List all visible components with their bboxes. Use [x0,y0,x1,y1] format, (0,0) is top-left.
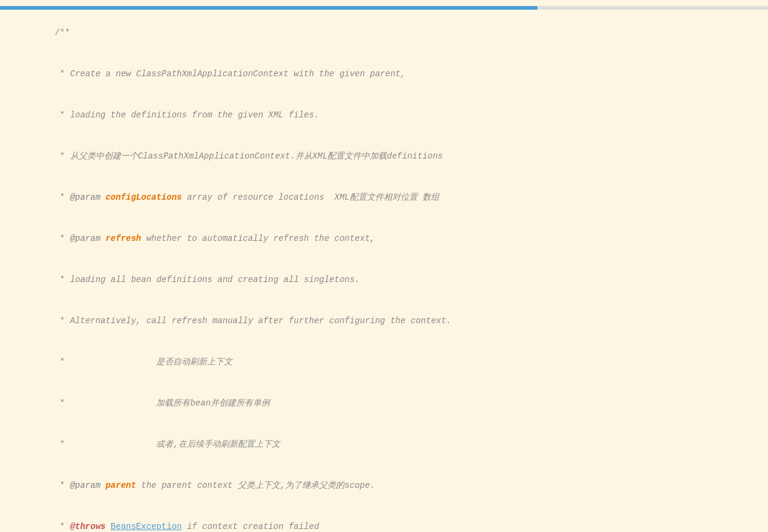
comment-text: the parent context 父类上下文,为了继承父类的 [136,481,344,490]
line-content: * Create a new ClassPathXmlApplicationCo… [18,54,768,94]
javadoc-tag: @param [70,234,106,243]
comment-text: definitions [387,151,442,161]
code-line: * 从父类中创建一个ClassPathXmlApplicationContext… [0,136,768,177]
javadoc-tag: @param [70,192,106,202]
line-content: /** [18,13,768,53]
javadoc-tag: @param [70,481,106,490]
comment-text: * [54,481,70,490]
comment-text: ClassPathXmlApplicationContext [138,151,290,161]
line-content: * @param refresh whether to automaticall… [18,218,768,258]
param-name: parent [105,481,136,490]
comment-text: Create a new ClassPathXmlApplicationCont… [70,69,406,79]
comment-text: XML [312,151,327,161]
line-content: * @param parent the parent context 父类上下文… [18,465,768,505]
comment-text: * [54,234,70,243]
comment-text: 并创建所有单例 [211,398,270,408]
code-line: * @param configLocations array of resour… [0,177,768,218]
code-line: * @param parent the parent context 父类上下文… [0,465,768,506]
comment-text: scope [344,481,370,490]
comment-text: /** [54,28,70,38]
code-container: /** * Create a new ClassPathXmlApplicati… [0,0,768,532]
code-line: * Create a new ClassPathXmlApplicationCo… [0,53,768,94]
comment-text: if context creation failed [182,522,319,531]
comment-text: 或者,在后续手动刷新配置上下文 [156,439,280,449]
comment-text: * [54,522,70,531]
comment-text: . [370,481,375,490]
comment-text: * [54,275,70,284]
top-progress-bar [0,6,768,10]
line-content: * 加载所有bean并创建所有单例 [18,383,768,423]
code-line: * loading all bean definitions and creat… [0,259,768,300]
code-line: * 或者,在后续手动刷新配置上下文 [0,424,768,465]
code-line: * 是否自动刷新上下文 [0,341,768,383]
comment-text: * [54,398,156,408]
comment-text: * [54,151,70,161]
code-line: * @param refresh whether to automaticall… [0,218,768,259]
comment-text: * [54,439,156,449]
comment-text: .并从 [290,151,312,161]
line-content: * 从父类中创建一个ClassPathXmlApplicationContext… [18,136,768,176]
comment-text: * [54,192,70,202]
line-content: * 是否自动刷新上下文 [18,342,768,382]
line-content: * loading the definitions from the given… [18,95,768,135]
code-line: * 加载所有bean并创建所有单例 [0,383,768,424]
comment-text: array of resource locations XML配置文件相对位置 … [182,192,439,202]
comment-text: 加载所有 [156,398,190,408]
param-name: configLocations [105,192,182,202]
comment-text: loading all bean definitions and creatin… [70,275,360,284]
comment-text: whether to automatically refresh the con… [141,234,375,243]
comment-text: 配置文件中加载 [327,151,387,161]
throws-type: BeansException [111,522,182,531]
comment-text: bean [190,398,211,408]
line-content: * Alternatively, call refresh manually a… [18,301,768,341]
comment-text: * [54,110,70,120]
line-content: * @throws BeansException if context crea… [18,507,768,532]
line-content: * 或者,在后续手动刷新配置上下文 [18,424,768,464]
throws-tag: @throws [70,522,111,531]
comment-text: * [54,69,70,79]
comment-text: Alternatively, call refresh manually aft… [70,316,451,326]
comment-text: loading the definitions from the given X… [70,110,320,120]
comment-text: 是否自动刷新上下文 [156,357,232,367]
code-line: /** [0,12,768,53]
comment-text: * [54,357,156,367]
code-line: * @throws BeansException if context crea… [0,506,768,532]
comment-text: * [54,316,70,326]
comment-text: 从父类中创建一个 [70,151,138,161]
param-name: refresh [105,234,141,243]
code-line: * loading the definitions from the given… [0,94,768,136]
line-content: * loading all bean definitions and creat… [18,260,768,300]
line-content: * @param configLocations array of resour… [18,177,768,217]
code-line: * Alternatively, call refresh manually a… [0,300,768,341]
